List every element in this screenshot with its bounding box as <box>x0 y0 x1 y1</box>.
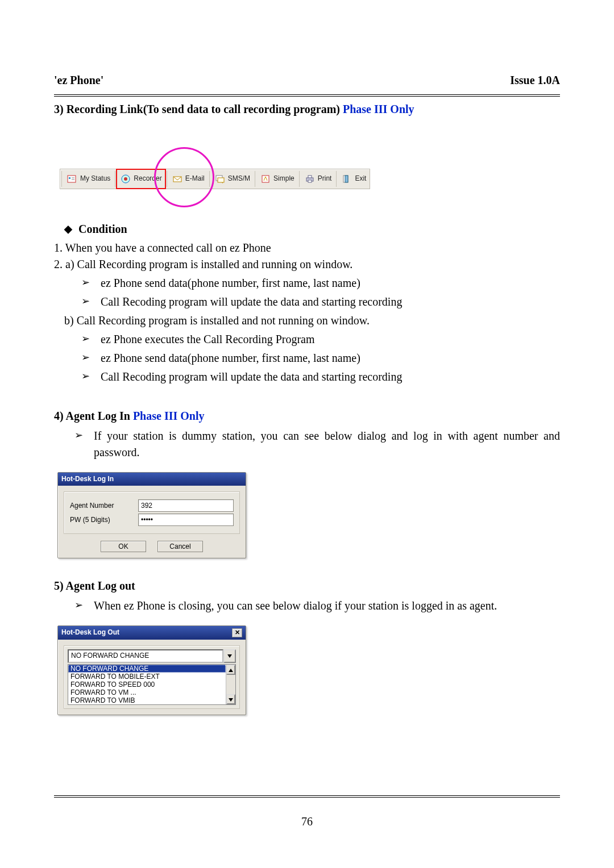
toolbar-label: Exit <box>355 174 366 183</box>
svg-marker-18 <box>229 698 233 702</box>
pw-input[interactable] <box>138 514 234 526</box>
print-icon <box>304 173 316 185</box>
svg-marker-9 <box>222 182 223 183</box>
dialog-body: Agent Number PW (5 Digits) OK Cancel <box>58 486 246 558</box>
page-header: 'ez Phone' Issue 1.0A <box>54 74 560 87</box>
toolbar-btn-recorder[interactable]: Recorder <box>117 169 165 189</box>
pw-row: PW (5 Digits) <box>70 514 234 526</box>
toolbar-separator <box>336 171 337 187</box>
dialog-body: NO FORWARD CHANGE NO FORWARD CHANGE FORW… <box>58 640 246 715</box>
combo-option[interactable]: FORWARD TO MOBILE-EXT <box>68 673 226 681</box>
toolbar-separator <box>167 171 167 187</box>
chevron-up-icon <box>229 666 233 674</box>
scroll-up-button[interactable] <box>226 665 235 675</box>
simple-icon <box>260 173 271 185</box>
condition-heading-text: Condition <box>78 223 127 235</box>
dialog-title-text: Hot-Desk Log In <box>61 474 114 484</box>
section-4-heading: 4) Agent Log In Phase III Only <box>54 408 560 424</box>
section-3-heading: 3) Recording Link(To send data to call r… <box>54 101 560 118</box>
svg-marker-17 <box>229 669 233 672</box>
section-3-heading-phase: Phase III Only <box>343 103 414 115</box>
exit-icon <box>341 173 352 185</box>
toolbar-figure: My Status Recorder E-Mail <box>54 141 560 204</box>
combo-option[interactable]: FORWARD TO VMIB <box>68 696 226 704</box>
toolbar-separator <box>299 171 300 187</box>
page-number: 76 <box>0 815 614 828</box>
svg-rect-15 <box>345 176 348 182</box>
toolbar-btn-exit[interactable]: Exit <box>338 169 370 189</box>
combo-option[interactable]: FORWARD TO VM ... <box>68 688 226 696</box>
chevron-down-icon <box>227 651 232 661</box>
document-page: 'ez Phone' Issue 1.0A 3) Recording Link(… <box>0 0 614 868</box>
close-button[interactable]: ✕ <box>232 628 242 637</box>
dialog-inner-panel: NO FORWARD CHANGE NO FORWARD CHANGE FORW… <box>64 645 240 709</box>
condition-item-2a: 2. a) Call Recording program is installe… <box>54 256 560 273</box>
page-content: 3) Recording Link(To send data to call r… <box>54 101 560 715</box>
hot-desk-logout-dialog: Hot-Desk Log Out ✕ NO FORWARD CHANGE <box>57 625 246 715</box>
dialog-buttons: OK Cancel <box>64 541 240 552</box>
section-4-heading-phase: Phase III Only <box>133 410 205 422</box>
sms-icon <box>214 173 226 185</box>
toolbar-label: E-Mail <box>185 174 205 183</box>
condition-item-1: 1. When you have a connected call on ez … <box>54 240 560 256</box>
cancel-button[interactable]: Cancel <box>157 541 203 552</box>
toolbar: My Status Recorder E-Mail <box>60 169 370 189</box>
toolbar-btn-print[interactable]: Print <box>301 169 335 189</box>
combo-option[interactable]: FORWARD TO SPEED 000 <box>68 681 226 688</box>
toolbar-btn-simple[interactable]: Simple <box>256 169 298 189</box>
toolbar-label: My Status <box>80 174 110 183</box>
header-rule <box>54 94 560 99</box>
condition-2b-sublist: ez Phone executes the Call Recording Pro… <box>81 331 560 385</box>
svg-marker-16 <box>227 654 232 658</box>
svg-rect-8 <box>218 178 224 182</box>
list-item: ez Phone executes the Call Recording Pro… <box>81 331 560 348</box>
svg-rect-13 <box>308 180 312 182</box>
pw-label: PW (5 Digits) <box>70 515 132 525</box>
agent-number-row: Agent Number <box>70 499 234 512</box>
list-item: If your station is dummy station, you ca… <box>74 428 560 461</box>
condition-item-2b: b) Call Recording program is installed a… <box>64 312 560 329</box>
toolbar-separator <box>255 171 255 187</box>
hot-desk-login-dialog: Hot-Desk Log In Agent Number PW (5 Digit… <box>57 472 246 558</box>
section-4-bullets: If your station is dummy station, you ca… <box>74 428 560 461</box>
combo-scrollbar[interactable] <box>226 665 235 704</box>
svg-point-5 <box>124 177 127 181</box>
svg-rect-12 <box>308 176 312 178</box>
header-right: Issue 1.0A <box>510 74 560 87</box>
toolbar-btn-my-status[interactable]: My Status <box>63 169 114 189</box>
list-item: ez Phone send data(phone number, first n… <box>81 275 560 291</box>
toolbar-label: Simple <box>273 174 294 183</box>
email-icon <box>172 173 183 185</box>
forward-combo[interactable]: NO FORWARD CHANGE <box>68 649 236 663</box>
combo-option[interactable]: NO FORWARD CHANGE <box>68 665 226 673</box>
toolbar-separator <box>209 171 210 187</box>
ok-button[interactable]: OK <box>101 541 146 552</box>
toolbar-btn-sms[interactable]: SMS/M <box>211 169 254 189</box>
toolbar-btn-email[interactable]: E-Mail <box>168 169 208 189</box>
list-item: Call Recoding program will update the da… <box>81 294 560 310</box>
section-5-bullets: When ez Phone is closing, you can see be… <box>74 598 560 614</box>
recorder-icon <box>120 173 131 185</box>
toolbar-separator <box>115 171 115 187</box>
list-item: Call Recoding program will update the da… <box>81 369 560 385</box>
header-left: 'ez Phone' <box>54 74 103 87</box>
agent-number-input[interactable] <box>138 499 234 512</box>
dialog-title-text: Hot-Desk Log Out <box>61 628 119 637</box>
condition-heading: ◆ Condition <box>64 221 560 237</box>
diamond-bullet-icon: ◆ <box>64 222 72 236</box>
dialog-titlebar: Hot-Desk Log Out ✕ <box>58 626 246 639</box>
scroll-down-button[interactable] <box>226 694 235 704</box>
list-item: When ez Phone is closing, you can see be… <box>74 598 560 614</box>
scroll-track[interactable] <box>226 675 235 694</box>
forward-combo-value[interactable]: NO FORWARD CHANGE <box>68 649 223 663</box>
section-3-heading-text: 3) Recording Link(To send data to call r… <box>54 103 343 115</box>
status-icon <box>67 173 78 185</box>
dialog-titlebar: Hot-Desk Log In <box>58 473 246 486</box>
section-5-heading: 5) Agent Log out <box>54 578 560 594</box>
combo-dropdown-button[interactable] <box>223 649 236 663</box>
forward-combo-list[interactable]: NO FORWARD CHANGE FORWARD TO MOBILE-EXT … <box>68 664 236 705</box>
dialog-inner-panel: Agent Number PW (5 Digits) <box>64 491 240 534</box>
condition-2a-sublist: ez Phone send data(phone number, first n… <box>81 275 560 310</box>
close-icon: ✕ <box>235 629 240 636</box>
toolbar-label: SMS/M <box>228 174 250 183</box>
